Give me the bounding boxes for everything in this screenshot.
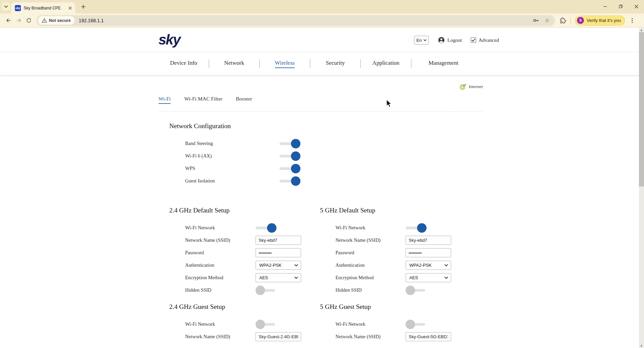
browser-tabstrip: sky Sky Broadband CPE — [0, 0, 644, 13]
language-value: En — [416, 38, 422, 43]
nav-application[interactable]: Application — [361, 60, 411, 68]
nav-security[interactable]: Security — [310, 60, 360, 68]
user-icon — [438, 36, 445, 44]
forward-icon — [16, 17, 22, 24]
wifi-network-toggle-24[interactable] — [256, 223, 276, 233]
restore-icon — [619, 4, 623, 8]
wifi6-toggle[interactable] — [280, 151, 300, 161]
nav-network[interactable]: Network — [209, 60, 259, 68]
url-text[interactable]: 192.168.1.1 — [79, 18, 532, 23]
chevron-down-icon — [444, 277, 448, 279]
ssid-label: Network Name (SSID) — [335, 334, 406, 340]
site-header: sky En Logout Advanced — [0, 28, 644, 52]
default-setup-24ghz: 2.4 GHz Default Setup Wi-Fi Network Netw… — [158, 207, 319, 296]
toolbar-divider — [570, 17, 571, 24]
main-navigation: Device Info Network Wireless Security Ap… — [0, 52, 644, 76]
wps-toggle[interactable] — [280, 164, 300, 174]
encryption-select-24[interactable]: AES — [256, 273, 301, 282]
chevron-down-icon — [423, 39, 427, 41]
close-icon — [634, 4, 639, 9]
chevron-down-icon — [294, 264, 298, 266]
advanced-checkbox[interactable] — [471, 37, 476, 43]
scrollbar-down-arrow[interactable]: ▼ — [639, 344, 644, 348]
subtab-booster[interactable]: Booster — [236, 96, 252, 104]
wireless-subtabs: Wi-Fi Wi-Fi MAC Filter Booster — [158, 96, 483, 104]
advanced-toggle[interactable]: Advanced — [471, 37, 499, 43]
hidden-ssid-label: Hidden SSID — [335, 287, 406, 293]
scrollbar-thumb[interactable] — [639, 32, 644, 186]
page-scrollbar[interactable]: ▲ ▼ — [639, 28, 644, 348]
subtab-wifi[interactable]: Wi-Fi — [158, 96, 171, 104]
nav-device-info[interactable]: Device Info — [158, 60, 209, 68]
hidden-ssid-toggle-5[interactable] — [406, 285, 427, 295]
default-setup-5ghz: 5 GHz Default Setup Wi-Fi Network Networ… — [319, 207, 483, 296]
wifi-network-label: Wi-Fi Network — [335, 321, 406, 327]
ssid-label: Network Name (SSID) — [185, 237, 256, 243]
wps-label: WPS — [185, 166, 280, 171]
guest-5-title: 5 GHz Guest Setup — [320, 303, 483, 311]
browser-tab[interactable]: sky Sky Broadband CPE — [11, 2, 75, 13]
address-bar[interactable]: Not secure 192.168.1.1 ☆ — [36, 15, 555, 26]
authentication-select-24[interactable]: WPA2-PSK — [256, 261, 301, 270]
guest-ssid-input-24[interactable] — [256, 332, 301, 341]
tab-title: Sky Broadband CPE — [24, 6, 68, 10]
guest-isolation-toggle[interactable] — [280, 176, 300, 186]
profile-badge-icon: S — [577, 17, 584, 24]
security-label: Not secure — [49, 18, 71, 23]
minimize-icon — [603, 4, 607, 8]
bookmark-star-icon[interactable]: ☆ — [545, 17, 550, 24]
guest-wifi-toggle-5[interactable] — [406, 319, 427, 329]
wifi-network-label: Wi-Fi Network — [335, 225, 406, 231]
network-configuration-title: Network Configuration — [169, 122, 483, 130]
ssid-label: Network Name (SSID) — [185, 334, 256, 340]
nav-management[interactable]: Management — [411, 60, 475, 68]
language-select[interactable]: En — [414, 36, 429, 45]
guest-setup-24ghz: 2.4 GHz Guest Setup Wi-Fi Network Networ… — [158, 303, 319, 343]
logout-button[interactable]: Logout — [438, 36, 462, 44]
sky-logo: sky — [158, 32, 180, 48]
wifi6-label: Wi-Fi 6 (AX) — [185, 153, 280, 159]
checkmark-icon — [471, 38, 475, 42]
security-chip[interactable]: Not secure — [38, 16, 75, 25]
forward-button[interactable] — [13, 16, 24, 26]
window-minimize-button[interactable] — [597, 0, 613, 13]
new-tab-button[interactable] — [80, 3, 87, 10]
hidden-ssid-toggle-24[interactable] — [256, 285, 276, 295]
password-input-5[interactable] — [406, 248, 451, 257]
encryption-select-5[interactable]: AES — [406, 273, 451, 282]
reload-button[interactable] — [24, 16, 34, 26]
plus-icon — [81, 4, 86, 9]
ssid-input-5[interactable] — [406, 236, 451, 245]
hidden-ssid-label: Hidden SSID — [185, 287, 256, 293]
advanced-label: Advanced — [478, 37, 499, 43]
scrollbar-up-arrow[interactable]: ▲ — [639, 28, 644, 32]
browser-menu-kebab-icon[interactable] — [629, 18, 635, 24]
window-close-button[interactable] — [628, 0, 644, 13]
wifi6-row: Wi-Fi 6 (AX) — [185, 150, 483, 162]
wifi-network-label: Wi-Fi Network — [185, 225, 256, 231]
wifi-network-toggle-5[interactable] — [406, 223, 427, 233]
internet-status-label: Internet — [469, 84, 483, 89]
guest-wifi-toggle-24[interactable] — [256, 319, 276, 329]
internet-globe-icon — [459, 83, 467, 90]
password-label: Password — [335, 250, 406, 256]
extensions-puzzle-icon[interactable] — [560, 17, 566, 24]
chevron-down-icon — [444, 264, 448, 266]
encryption-label: Encryption Method — [335, 275, 406, 281]
password-input-24[interactable] — [256, 248, 301, 257]
nav-wireless[interactable]: Wireless — [260, 60, 310, 68]
password-key-icon[interactable] — [532, 17, 539, 24]
back-button[interactable] — [3, 16, 13, 26]
window-restore-button[interactable] — [613, 0, 628, 13]
ssid-input-24[interactable] — [256, 236, 301, 245]
verify-button[interactable]: S Verify that it's you — [575, 16, 625, 26]
tab-search-button[interactable] — [2, 2, 10, 11]
band-steering-toggle[interactable] — [280, 139, 300, 149]
sky-favicon-icon: sky — [15, 5, 21, 11]
guest-ssid-input-5[interactable] — [406, 332, 451, 341]
subtab-wifi-mac-filter[interactable]: Wi-Fi MAC Filter — [184, 96, 222, 104]
authentication-label: Authentication — [185, 262, 256, 268]
tab-close-icon[interactable] — [68, 6, 72, 10]
guest-isolation-row: Guest Isolation — [185, 175, 483, 187]
authentication-select-5[interactable]: WPA2-PSK — [406, 261, 451, 270]
